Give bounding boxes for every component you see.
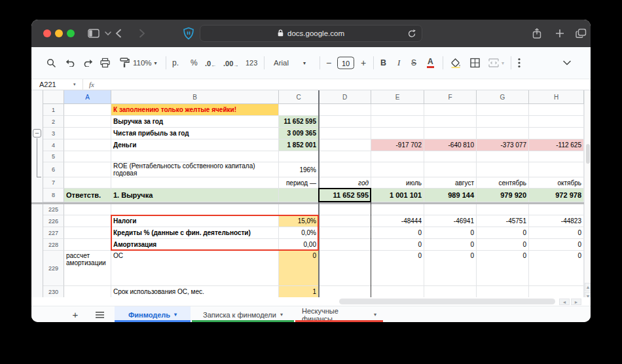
- new-tab-icon[interactable]: [555, 29, 564, 38]
- cell-B3[interactable]: Чистая прибыль за год: [111, 128, 279, 139]
- cell-G3[interactable]: [477, 128, 529, 139]
- cell-A228[interactable]: [64, 239, 111, 251]
- cell-F3[interactable]: [424, 128, 477, 139]
- name-box-chevron-icon[interactable]: ▾: [73, 82, 76, 87]
- number-format-button[interactable]: 123: [246, 59, 257, 67]
- cell-H3[interactable]: [529, 128, 584, 139]
- cell-H7[interactable]: октябрь: [529, 177, 584, 189]
- row-header-7[interactable]: 7: [43, 177, 64, 189]
- cell-H5[interactable]: [529, 151, 584, 162]
- cell-F2[interactable]: [424, 116, 477, 128]
- cell-B6[interactable]: ROE (Рентабельность собственного капитал…: [111, 162, 279, 177]
- percent-format-button[interactable]: %: [191, 58, 198, 67]
- column-header-A[interactable]: A: [64, 90, 111, 104]
- cell-C226[interactable]: 15,0%: [279, 215, 319, 227]
- cell-B5[interactable]: [111, 151, 279, 162]
- print-icon[interactable]: [100, 58, 110, 68]
- forward-button[interactable]: [139, 29, 145, 38]
- cell-B228[interactable]: Амортизация: [111, 239, 279, 251]
- column-header-B[interactable]: B: [111, 90, 279, 104]
- cell-G227[interactable]: 0: [477, 227, 529, 239]
- cell-G6[interactable]: [477, 162, 529, 177]
- share-icon[interactable]: [532, 28, 541, 39]
- row-header-8[interactable]: 8: [43, 189, 64, 202]
- row-header-230[interactable]: 230: [43, 286, 64, 298]
- cell-E5[interactable]: [371, 151, 424, 162]
- zoom-window-button[interactable]: [67, 29, 75, 37]
- more-options-icon[interactable]: [518, 58, 521, 68]
- cell-D4[interactable]: [319, 139, 371, 151]
- cell-F4[interactable]: -640 810: [424, 139, 477, 151]
- row-header-226[interactable]: 226: [43, 215, 64, 227]
- currency-format-button[interactable]: р.: [172, 58, 179, 67]
- cell-H2[interactable]: [529, 116, 584, 128]
- cell-E2[interactable]: [371, 116, 424, 128]
- cell-G228[interactable]: 0: [477, 239, 529, 251]
- cell-D2[interactable]: [319, 116, 371, 128]
- cell-G8[interactable]: 979 920: [477, 189, 529, 202]
- cell-E7[interactable]: июль: [371, 177, 424, 189]
- cell-C1[interactable]: [279, 104, 319, 116]
- cell-D8[interactable]: 11 652 595: [319, 189, 371, 202]
- sidebar-chevron-icon[interactable]: [105, 31, 111, 36]
- row-header-6[interactable]: 6: [43, 162, 64, 177]
- cell-H1[interactable]: [529, 104, 584, 116]
- reload-icon[interactable]: [407, 29, 416, 40]
- increase-font-size-button[interactable]: +: [361, 58, 366, 68]
- add-sheet-button[interactable]: +: [67, 306, 83, 322]
- cell-C7[interactable]: период —: [279, 177, 319, 189]
- decrease-font-size-button[interactable]: −: [326, 58, 331, 68]
- cell-H8[interactable]: 972 978: [529, 189, 584, 202]
- cell-A8[interactable]: Ответств.: [64, 189, 111, 202]
- cell-A230[interactable]: [64, 286, 111, 298]
- cell-A3[interactable]: [64, 128, 111, 139]
- row-header-2[interactable]: 2: [43, 116, 64, 128]
- row-group-collapse-button[interactable]: –: [33, 129, 41, 137]
- cell-F6[interactable]: [424, 162, 477, 177]
- scroll-up-button[interactable]: ▲: [585, 283, 591, 291]
- cell-F229[interactable]: 0: [424, 251, 477, 286]
- all-sheets-menu-icon[interactable]: [92, 306, 107, 322]
- cell-G226[interactable]: -45751: [477, 215, 529, 227]
- scroll-left-button[interactable]: ◄: [559, 299, 570, 305]
- search-icon[interactable]: [46, 58, 56, 67]
- cell-E6[interactable]: [371, 162, 424, 177]
- cell-B230[interactable]: Срок использования ОС, мес.: [111, 286, 279, 298]
- italic-button[interactable]: I: [397, 58, 400, 68]
- row-header-1[interactable]: 1: [43, 104, 64, 116]
- row-header-225[interactable]: 225: [43, 204, 64, 215]
- cell-G5[interactable]: [477, 151, 529, 162]
- cell-D7[interactable]: год: [319, 177, 371, 189]
- cell-B2[interactable]: Выручка за год: [111, 116, 279, 128]
- spreadsheet-grid[interactable]: ABCDEFGH1К заполнению только желтые ячей…: [31, 90, 584, 304]
- cell-E4[interactable]: -917 702: [371, 139, 424, 151]
- cell-H229[interactable]: 0: [529, 251, 584, 286]
- cell-E230[interactable]: [371, 286, 424, 298]
- cell-B227[interactable]: Кредиты % (данные с фин. деятельности): [111, 227, 279, 239]
- cell-F225[interactable]: [424, 204, 477, 215]
- horizontal-scrollbar[interactable]: ◄ ►: [31, 297, 591, 306]
- cell-A1[interactable]: [64, 104, 111, 116]
- cell-H226[interactable]: -44823: [529, 215, 584, 227]
- zoom-select[interactable]: 110%▾: [133, 59, 157, 67]
- sheet-tab-menu-icon[interactable]: ▾: [280, 312, 283, 318]
- horizontal-scrollbar-thumb[interactable]: [339, 299, 555, 304]
- cell-D230[interactable]: [319, 286, 371, 298]
- cell-F226[interactable]: -46941: [424, 215, 477, 227]
- cell-E3[interactable]: [371, 128, 424, 139]
- row-header-4[interactable]: 4: [43, 139, 64, 151]
- cell-G230[interactable]: [477, 286, 529, 298]
- fill-color-button[interactable]: [450, 58, 461, 68]
- cell-C5[interactable]: [279, 151, 319, 162]
- column-header-E[interactable]: E: [371, 90, 424, 104]
- sheet-tab-menu-icon[interactable]: ▾: [174, 312, 177, 318]
- cell-D229[interactable]: [319, 251, 371, 286]
- text-color-button[interactable]: A: [427, 58, 434, 68]
- cell-H228[interactable]: 0: [529, 239, 584, 251]
- sheet-tab-menu-icon[interactable]: ▾: [374, 312, 376, 318]
- row-header-229[interactable]: 229: [43, 251, 64, 286]
- cell-A6[interactable]: [64, 162, 111, 177]
- cell-B8[interactable]: 1. Выручка: [111, 189, 279, 202]
- row-header-227[interactable]: 227: [43, 227, 64, 239]
- redo-icon[interactable]: [82, 59, 93, 67]
